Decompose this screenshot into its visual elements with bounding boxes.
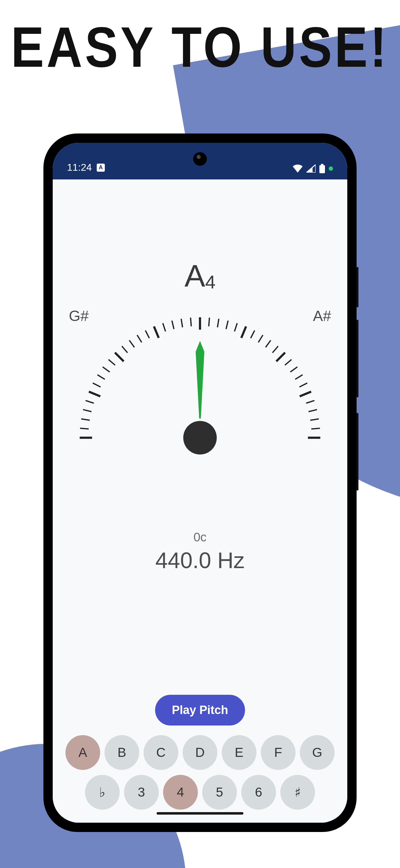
phone-side-button [357,320,359,397]
svg-line-18 [163,323,166,332]
svg-line-23 [209,318,209,326]
svg-line-28 [251,330,255,338]
battery-icon [320,164,325,173]
svg-line-37 [300,392,311,397]
svg-line-39 [308,409,317,412]
phone-frame: 11:24 A G# [43,133,357,832]
svg-line-41 [311,428,320,429]
svg-line-11 [108,360,115,365]
svg-line-35 [295,375,303,379]
signal-icon [306,164,316,173]
tuner-hub [183,421,217,455]
svg-line-7 [89,392,100,397]
note-chip-E[interactable]: E [222,735,257,770]
svg-line-33 [285,360,292,365]
note-chip-C[interactable]: C [143,735,178,770]
svg-line-8 [93,383,100,387]
svg-line-9 [97,375,105,379]
phone-screen: 11:24 A G# [53,143,347,823]
octave-chip-♯[interactable]: ♯ [280,775,315,810]
octave-chip-♭[interactable]: ♭ [85,775,120,810]
svg-line-3 [80,428,89,429]
svg-line-13 [122,346,128,353]
phone-side-button [357,267,359,307]
tuner-gauge [64,298,336,459]
svg-line-21 [191,318,191,326]
wifi-icon [293,164,303,173]
svg-line-40 [310,419,319,420]
svg-line-15 [137,335,142,342]
svg-line-24 [218,319,219,328]
svg-line-30 [266,340,271,347]
octave-selector-row: ♭3456♯ [53,775,347,810]
svg-line-14 [129,340,134,347]
svg-line-31 [272,346,278,353]
status-time: 11:24 [67,162,92,173]
camera-punch-hole [193,152,207,166]
tuner-app: G# A# A4 0c 440.0 Hz [53,180,347,823]
svg-line-20 [181,319,182,328]
svg-line-4 [81,419,90,420]
svg-line-27 [241,327,246,338]
svg-line-6 [86,400,94,403]
svg-rect-1 [320,165,325,173]
svg-line-36 [300,383,307,387]
note-letter: A [185,258,205,293]
note-chip-G[interactable]: G [300,735,335,770]
svg-line-34 [290,367,297,372]
keyboard-icon: A [97,164,105,172]
headline: EASY TO USE! [0,14,400,80]
svg-line-25 [226,321,228,329]
note-chip-A[interactable]: A [65,735,100,770]
note-chip-F[interactable]: F [261,735,296,770]
svg-line-10 [103,367,110,372]
octave-chip-5[interactable]: 5 [202,775,237,810]
svg-line-16 [145,330,149,338]
frequency-readout: 440.0 Hz [53,548,347,573]
octave-chip-4[interactable]: 4 [163,775,198,810]
note-chip-D[interactable]: D [182,735,218,770]
note-octave: 4 [205,272,215,292]
play-pitch-button[interactable]: Play Pitch [155,695,245,725]
svg-line-12 [115,353,124,361]
octave-chip-3[interactable]: 3 [124,775,159,810]
android-nav-handle[interactable] [157,812,243,815]
svg-line-19 [172,321,174,329]
note-selector-row: ABCDEFG [53,735,347,770]
detected-note: A4 [185,260,215,291]
svg-line-29 [258,335,263,342]
cents-readout: 0c [53,530,347,544]
svg-rect-0 [321,164,324,165]
svg-line-5 [83,409,92,412]
svg-line-32 [276,353,285,361]
svg-line-17 [154,327,159,338]
phone-side-button [357,413,359,491]
svg-line-26 [234,323,237,332]
svg-line-38 [306,400,314,403]
privacy-dot-icon [329,166,333,171]
note-chip-B[interactable]: B [104,735,139,770]
octave-chip-6[interactable]: 6 [241,775,276,810]
